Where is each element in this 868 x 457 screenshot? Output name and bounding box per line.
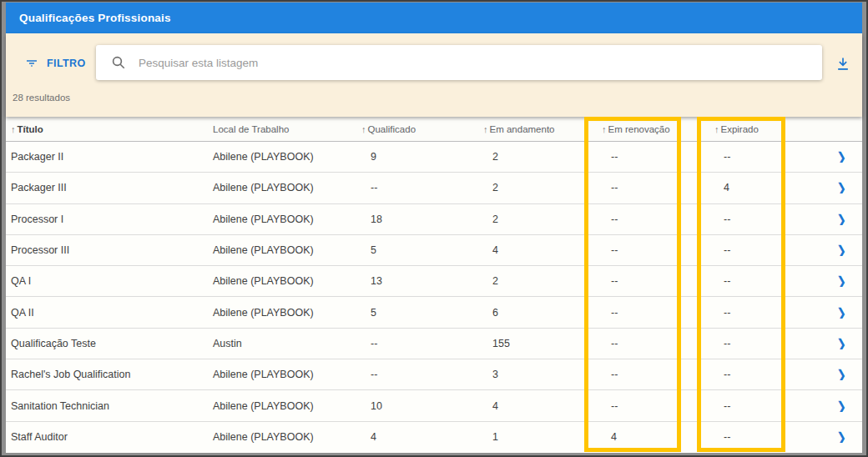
column-header-label: Em renovação bbox=[608, 124, 670, 134]
cell-titulo: QA I bbox=[6, 275, 208, 287]
cell-titulo: Packager II bbox=[6, 151, 208, 163]
cell-expirado: 4 bbox=[709, 182, 820, 193]
cell-em-andamento: 1 bbox=[478, 431, 597, 443]
cell-em-renovacao: -- bbox=[597, 400, 709, 412]
column-header-0[interactable]: ↑ Título bbox=[6, 124, 208, 134]
cell-expirado: -- bbox=[709, 307, 820, 319]
table-row[interactable]: Packager III Abilene (PLAYBOOK) -- 2 -- … bbox=[6, 173, 862, 203]
cell-qualificado: 13 bbox=[356, 275, 478, 287]
qualifications-window: Qualificações Profissionais FILTRO bbox=[6, 3, 862, 453]
column-header-1[interactable]: Local de Trabalho bbox=[208, 124, 356, 134]
column-header-label: Qualificado bbox=[368, 124, 416, 134]
cell-qualificado: 5 bbox=[356, 244, 478, 256]
cell-expirado: -- bbox=[709, 275, 820, 287]
sort-arrow-icon: ↑ bbox=[602, 124, 607, 134]
table-row[interactable]: Qualificação Teste Austin -- 155 -- -- ❯ bbox=[6, 329, 862, 359]
chevron-right-icon[interactable]: ❯ bbox=[836, 244, 846, 256]
cell-em-andamento: 6 bbox=[478, 307, 597, 319]
cell-em-renovacao: -- bbox=[597, 182, 709, 193]
sort-arrow-icon: ↑ bbox=[483, 124, 488, 134]
download-button[interactable] bbox=[832, 54, 854, 74]
cell-qualificado: -- bbox=[356, 338, 478, 349]
cell-titulo: Packager III bbox=[6, 182, 208, 193]
table-row[interactable]: Rachel's Job Qualification Abilene (PLAY… bbox=[6, 359, 862, 390]
cell-titulo: Staff Auditor bbox=[6, 431, 208, 443]
results-count: 28 resultados bbox=[13, 93, 70, 103]
cell-titulo: Processor III bbox=[6, 244, 208, 256]
cell-em-andamento: 2 bbox=[478, 151, 597, 163]
filter-button-label: FILTRO bbox=[47, 58, 86, 69]
cell-em-renovacao: 4 bbox=[597, 431, 709, 443]
cell-titulo: Rachel's Job Qualification bbox=[6, 369, 208, 380]
column-header-4[interactable]: ↑ Em renovação bbox=[597, 124, 709, 134]
chevron-right-icon[interactable]: ❯ bbox=[836, 182, 846, 193]
cell-local-de-trabalho: Austin bbox=[208, 338, 356, 349]
table-row[interactable]: Processor III Abilene (PLAYBOOK) 5 4 -- … bbox=[6, 235, 862, 266]
cell-qualificado: -- bbox=[356, 182, 478, 193]
column-header-label: Título bbox=[18, 124, 43, 134]
table-row[interactable]: Sanitation Technician Abilene (PLAYBOOK)… bbox=[6, 390, 862, 421]
cell-local-de-trabalho: Abilene (PLAYBOOK) bbox=[208, 213, 356, 225]
table-row[interactable]: QA II Abilene (PLAYBOOK) 5 6 -- -- ❯ bbox=[6, 297, 862, 328]
cell-em-renovacao: -- bbox=[597, 213, 709, 225]
table-body: Packager II Abilene (PLAYBOOK) 9 2 -- --… bbox=[6, 142, 862, 453]
cell-qualificado: 18 bbox=[356, 213, 478, 225]
cell-expirado: -- bbox=[709, 213, 820, 225]
cell-titulo: Qualificação Teste bbox=[6, 338, 208, 349]
cell-em-renovacao: -- bbox=[597, 307, 709, 319]
cell-titulo: QA II bbox=[6, 307, 208, 319]
cell-expirado: -- bbox=[709, 400, 820, 412]
cell-expirado: -- bbox=[709, 151, 820, 163]
column-header-2[interactable]: ↑ Qualificado bbox=[356, 124, 478, 134]
column-header-3[interactable]: ↑ Em andamento bbox=[478, 124, 597, 134]
table-row[interactable]: Staff Auditor Abilene (PLAYBOOK) 4 1 4 -… bbox=[6, 422, 862, 453]
cell-expirado: -- bbox=[709, 431, 820, 443]
chevron-right-icon[interactable]: ❯ bbox=[836, 307, 846, 319]
chevron-right-icon[interactable]: ❯ bbox=[836, 275, 846, 287]
chevron-right-icon[interactable]: ❯ bbox=[836, 400, 846, 412]
sort-arrow-icon: ↑ bbox=[714, 124, 719, 134]
column-header-5[interactable]: ↑ Expirado bbox=[709, 124, 820, 134]
cell-em-andamento: 2 bbox=[478, 182, 597, 193]
cell-em-andamento: 3 bbox=[478, 369, 597, 380]
table-row[interactable]: QA I Abilene (PLAYBOOK) 13 2 -- -- ❯ bbox=[6, 266, 862, 297]
search-icon bbox=[111, 55, 126, 70]
cell-em-renovacao: -- bbox=[597, 151, 709, 163]
download-icon bbox=[835, 56, 851, 73]
cell-em-andamento: 4 bbox=[478, 244, 597, 256]
chevron-right-icon[interactable]: ❯ bbox=[836, 431, 846, 443]
column-header-label: Local de Trabalho bbox=[213, 124, 289, 134]
chevron-right-icon[interactable]: ❯ bbox=[836, 338, 846, 349]
titlebar: Qualificações Profissionais bbox=[6, 3, 862, 33]
toolbar: FILTRO 28 resultados bbox=[6, 33, 862, 117]
cell-local-de-trabalho: Abilene (PLAYBOOK) bbox=[208, 307, 356, 319]
filter-button[interactable]: FILTRO bbox=[24, 53, 86, 73]
chevron-right-icon[interactable]: ❯ bbox=[836, 213, 846, 225]
column-header-label: Expirado bbox=[721, 124, 759, 134]
cell-expirado: -- bbox=[709, 244, 820, 256]
table-row[interactable]: Packager II Abilene (PLAYBOOK) 9 2 -- --… bbox=[6, 142, 862, 173]
cell-qualificado: 4 bbox=[356, 431, 478, 443]
cell-local-de-trabalho: Abilene (PLAYBOOK) bbox=[208, 369, 356, 380]
cell-em-andamento: 155 bbox=[478, 338, 597, 349]
cell-qualificado: -- bbox=[356, 369, 478, 380]
cell-em-andamento: 2 bbox=[478, 275, 597, 287]
cell-em-renovacao: -- bbox=[597, 369, 709, 380]
page-title: Qualificações Profissionais bbox=[19, 12, 171, 24]
cell-qualificado: 5 bbox=[356, 307, 478, 319]
search-input[interactable] bbox=[126, 45, 822, 80]
cell-local-de-trabalho: Abilene (PLAYBOOK) bbox=[208, 182, 356, 193]
column-header-label: Em andamento bbox=[490, 124, 555, 134]
chevron-right-icon[interactable]: ❯ bbox=[836, 369, 846, 380]
cell-local-de-trabalho: Abilene (PLAYBOOK) bbox=[208, 244, 356, 256]
filter-list-icon bbox=[24, 56, 39, 71]
cell-em-renovacao: -- bbox=[597, 275, 709, 287]
cell-local-de-trabalho: Abilene (PLAYBOOK) bbox=[208, 431, 356, 443]
chevron-right-icon[interactable]: ❯ bbox=[836, 151, 846, 163]
table-row[interactable]: Processor I Abilene (PLAYBOOK) 18 2 -- -… bbox=[6, 204, 862, 235]
sort-arrow-icon: ↑ bbox=[361, 124, 366, 134]
cell-local-de-trabalho: Abilene (PLAYBOOK) bbox=[208, 151, 356, 163]
cell-qualificado: 9 bbox=[356, 151, 478, 163]
cell-em-andamento: 4 bbox=[478, 400, 597, 412]
table-header-row: ↑ Título Local de Trabalho ↑ Qualificado… bbox=[6, 117, 862, 142]
